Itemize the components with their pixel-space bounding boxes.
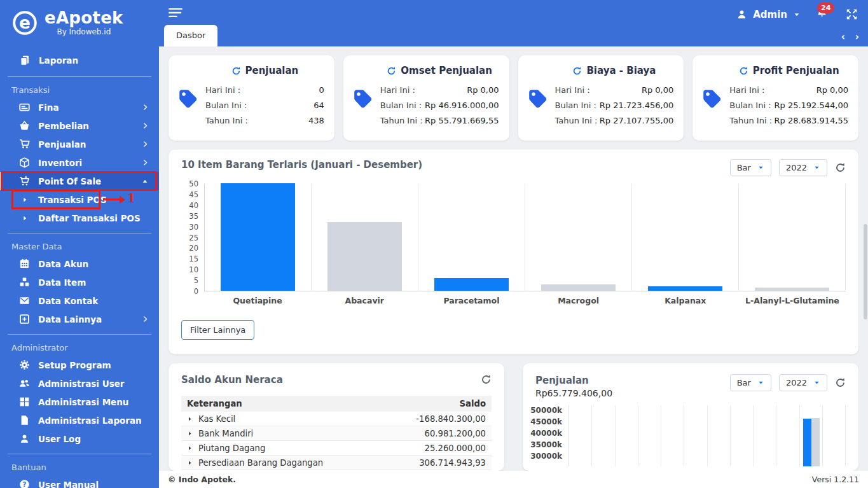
sidebar-item-fina[interactable]: Fina	[0, 98, 159, 116]
refresh-icon[interactable]	[739, 66, 748, 76]
sales-bar-current[interactable]	[803, 419, 811, 466]
sidebar-item-label: Inventori	[38, 158, 82, 168]
tutorial-annotation-arrow	[103, 199, 120, 200]
sidebar-item-label: Data Akun	[38, 259, 88, 269]
refresh-icon[interactable]	[481, 374, 492, 385]
y-tick-label: 30	[189, 223, 198, 232]
sidebar-item-user-manual[interactable]: ?User Manual	[0, 475, 159, 488]
sidebar-item-administrasi-menu[interactable]: Administrasi Menu	[0, 393, 159, 411]
stat-row: Tahun Ini :Rp 28.683.914,55	[729, 113, 848, 128]
box-icon	[19, 157, 30, 168]
main-area: Admin 24	[159, 0, 868, 488]
sidebar-item-administrasi-user[interactable]: Administrasi User	[0, 374, 159, 393]
stat-row: Tahun Ini :438	[205, 113, 324, 128]
stat-value: Rp 27.107.755,00	[600, 116, 674, 125]
stat-card-omset-penjualan: Omset PenjualanHari Ini :Rp 0,00Bulan In…	[343, 55, 509, 141]
refresh-icon[interactable]	[387, 66, 396, 76]
bar-quetiapine[interactable]	[221, 183, 295, 291]
caret-down-icon	[793, 11, 801, 18]
tag-icon	[352, 88, 374, 109]
stat-row: Hari Ini :Rp 0,00	[555, 82, 674, 97]
chart-column	[592, 405, 615, 466]
sidebar-item-data-lainnya[interactable]: Data Lainnya	[0, 310, 159, 328]
table-row[interactable]: Piutang Dagang25.260.000,00	[181, 441, 492, 456]
y-tick-label: 25	[189, 234, 198, 242]
stat-value: Rp 46.916.000,00	[425, 101, 499, 110]
sidebar-item-data-item[interactable]: Data Item	[0, 273, 159, 291]
sales-panel-title: Penjualan	[535, 375, 589, 386]
plussquare-icon	[19, 314, 30, 324]
sidebar-toggle-hamburger-icon[interactable]	[167, 4, 184, 21]
caret-down-icon	[757, 164, 764, 171]
chart-year-value: 2022	[786, 163, 807, 172]
sidebar-divider	[8, 76, 151, 77]
gear-icon	[19, 359, 30, 370]
tab-scroll-left-icon[interactable]: ‹	[841, 32, 845, 42]
sales-bar-compare[interactable]	[811, 418, 820, 466]
y-tick-label: 35000k	[530, 440, 562, 449]
chart-year-select[interactable]: 2022	[779, 159, 827, 176]
table-row[interactable]: Persediaan Barang Dagangan306.714.943,93	[181, 456, 492, 470]
bar-abacavir[interactable]	[327, 222, 402, 291]
chevron-right-icon	[142, 159, 149, 166]
tutorial-annotation-step: 1	[127, 192, 135, 204]
sales-chart-type-select[interactable]: Bar	[730, 374, 771, 391]
chart-column	[205, 184, 312, 291]
chart-type-select[interactable]: Bar	[730, 159, 771, 176]
notifications-bell[interactable]: 24	[816, 7, 828, 22]
chevron-right-icon	[142, 122, 149, 129]
table-row[interactable]: Bank Mandiri60.981.200,00	[181, 426, 492, 441]
sidebar-item-daftar-transaksi-pos[interactable]: Daftar Transaksi POS	[0, 209, 159, 227]
chart-column	[616, 405, 638, 466]
stat-value: Rp 0,00	[816, 85, 848, 95]
sidebar-item-penjualan[interactable]: Penjualan	[0, 135, 159, 153]
stat-label: Hari Ini :	[205, 85, 240, 95]
stat-row: Hari Ini :Rp 0,00	[729, 82, 848, 97]
x-axis-labels: QuetiapineAbacavirParacetamolMacrogolKal…	[204, 291, 846, 305]
user-menu[interactable]: Admin	[736, 9, 801, 20]
sidebar-item-data-akun[interactable]: Data Akun	[0, 254, 159, 273]
refresh-icon[interactable]	[231, 66, 241, 76]
chart-column	[823, 405, 846, 466]
tag-icon	[701, 88, 723, 109]
caret-down-icon	[813, 164, 820, 171]
bar-paracetamol[interactable]	[434, 278, 509, 291]
chevron-right-icon	[142, 316, 149, 323]
sidebar-item-setup-program[interactable]: Setup Program	[0, 356, 159, 374]
sidebar-item-label: Penjualan	[38, 139, 86, 150]
table-row[interactable]: Kas Kecil-168.840.300,00	[181, 412, 492, 426]
sidebar-section-master-data: Master Data	[0, 234, 159, 254]
page-scrollbar-thumb[interactable]	[864, 224, 867, 319]
refresh-icon[interactable]	[572, 66, 582, 76]
bar-l-alanyl-l-glutamine[interactable]	[755, 288, 829, 291]
tab-scroll-right-icon[interactable]: ›	[855, 32, 859, 42]
sidebar-item-user-log[interactable]: User Log	[0, 429, 159, 448]
bar-kalpanax[interactable]	[648, 286, 722, 291]
sidebar-item-inventori[interactable]: Inventori	[0, 153, 159, 172]
sidebar-item-laporan[interactable]: Laporan	[0, 50, 159, 71]
stat-value: Rp 0,00	[467, 85, 499, 95]
sidebar-item-point-of-sale[interactable]: Point Of Sale	[0, 172, 159, 190]
chart-column	[632, 184, 739, 291]
account-saldo: -168.840.300,00	[382, 412, 492, 426]
brand[interactable]: e eApotek By Indoweb.id	[0, 0, 159, 40]
filter-lainnya-button[interactable]: Filter Lainnya	[181, 320, 254, 340]
y-tick-label: 10	[189, 265, 198, 274]
sidebar-item-administrasi-laporan[interactable]: Administrasi Laporan	[0, 411, 159, 429]
fullscreen-expand-icon[interactable]	[846, 8, 858, 20]
account-saldo: 60.981.200,00	[382, 426, 492, 441]
stat-row: Hari Ini :Rp 0,00	[380, 82, 499, 97]
y-tick-label: 40000k	[530, 429, 562, 438]
sidebar-item-label: Data Kontak	[38, 296, 98, 306]
stat-card-profit-penjualan: Profit PenjualanHari Ini :Rp 0,00Bulan I…	[692, 55, 858, 141]
sidebar-item-data-kontak[interactable]: Data Kontak	[0, 291, 159, 310]
sidebar-item-transaksi-pos[interactable]: Transaksi POS1	[0, 190, 159, 209]
svg-text:e: e	[19, 13, 31, 32]
sidebar-item-pembelian[interactable]: Pembelian	[0, 116, 159, 135]
refresh-icon[interactable]	[835, 162, 846, 173]
chart-column	[754, 405, 776, 466]
refresh-icon[interactable]	[835, 377, 846, 388]
tab-dasbor[interactable]: Dasbor	[164, 25, 217, 46]
bar-macrogol[interactable]	[541, 284, 616, 291]
sales-chart-year-select[interactable]: 2022	[779, 374, 827, 391]
